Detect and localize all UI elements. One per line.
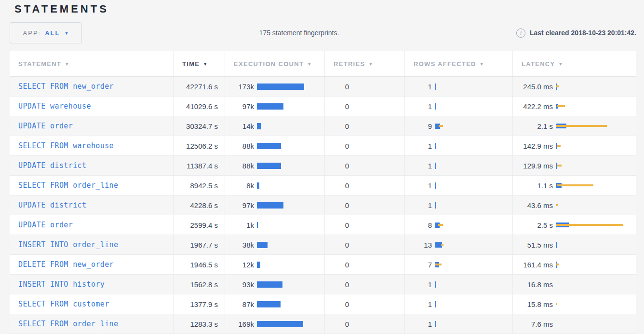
execution-count-value: 88k — [225, 162, 254, 170]
latency-value: 245.0 ms — [513, 83, 553, 91]
rows-affected-value: 8 — [405, 221, 432, 229]
bar-deviation — [556, 264, 559, 265]
bar-deviation — [556, 303, 557, 305]
column-header-label: ROWS AFFECTED — [414, 60, 476, 68]
bar-mean — [435, 301, 436, 307]
bar-mean — [257, 202, 283, 209]
info-icon[interactable]: i — [516, 28, 525, 38]
rows-affected-bar — [435, 116, 512, 136]
latency-bar — [556, 275, 636, 294]
execution-count-bar — [257, 255, 324, 274]
statement-link[interactable]: DELETE FROM new_order — [18, 260, 114, 269]
column-header-rows-affected[interactable]: ROWS AFFECTED ▼ — [405, 51, 513, 76]
bar-mean — [257, 222, 258, 228]
column-header-label: TIME — [182, 60, 200, 68]
time-value: 1377.9 s — [190, 300, 218, 308]
bar-mean — [257, 103, 283, 110]
bar-deviation — [435, 264, 442, 265]
column-header-label: EXECUTION COUNT — [234, 60, 304, 68]
latency-value: 7.6 ms — [513, 320, 553, 328]
statement-count-summary: 175 statement fingerprints. — [82, 29, 516, 37]
rows-affected-bar — [435, 195, 512, 215]
rows-affected-bar — [435, 77, 512, 96]
column-header-statement[interactable]: STATEMENT ▼ — [10, 51, 174, 76]
statement-link[interactable]: SELECT FROM new_order — [18, 82, 114, 91]
execution-count-bar — [257, 235, 324, 254]
bar-mean — [435, 163, 436, 169]
statement-link[interactable]: SELECT FROM customer — [18, 300, 109, 308]
statement-link[interactable]: SELECT FROM warehouse — [18, 141, 114, 150]
statement-link[interactable]: SELECT FROM order_line — [18, 181, 118, 190]
execution-count-bar — [257, 176, 324, 195]
bar-deviation — [441, 244, 443, 246]
table-row: UPDATE district4228.6 s97k0143.6 ms — [10, 195, 636, 215]
retries-value: 0 — [325, 241, 349, 249]
time-value: 1562.8 s — [190, 280, 218, 289]
bar-mean — [257, 123, 261, 129]
statement-link[interactable]: UPDATE warehouse — [18, 102, 91, 111]
latency-bar — [556, 116, 636, 136]
execution-count-bar — [257, 136, 324, 155]
statement-link[interactable]: UPDATE order — [18, 221, 73, 229]
statement-link[interactable]: INSERT INTO order_line — [18, 240, 118, 249]
toolbar: APP: ALL ▼ 175 statement fingerprints. i… — [10, 22, 636, 43]
latency-value: 43.6 ms — [513, 201, 553, 209]
execution-count-value: 38k — [225, 241, 254, 249]
latency-value: 129.9 ms — [513, 162, 553, 170]
table-row: UPDATE order2599.4 s1k082.5 s — [10, 215, 636, 235]
latency-bar — [556, 156, 636, 175]
execution-count-value: 12k — [225, 261, 254, 269]
table-row: SELECT FROM warehouse12506.2 s88k01142.9… — [10, 136, 636, 156]
statement-link[interactable]: INSERT INTO history — [18, 280, 105, 289]
rows-affected-value: 13 — [405, 241, 432, 249]
bar-deviation — [556, 224, 623, 226]
rows-affected-bar — [435, 294, 512, 314]
time-value: 12506.2 s — [186, 142, 218, 150]
table-row: DELETE FROM new_order1946.5 s12k07161.4 … — [10, 255, 636, 275]
latency-bar — [556, 255, 636, 274]
bar-mean — [257, 281, 282, 288]
latency-bar — [556, 314, 636, 334]
execution-count-bar — [257, 294, 324, 314]
latency-value: 2.1 s — [513, 122, 553, 130]
latency-bar — [556, 97, 636, 116]
bar-mean — [556, 242, 557, 248]
rows-affected-value: 1 — [405, 201, 432, 209]
bar-mean — [257, 163, 281, 169]
time-value: 1283.3 s — [190, 320, 218, 328]
rows-affected-value: 1 — [405, 142, 432, 150]
bar-mean — [435, 143, 436, 149]
bar-mean — [435, 281, 436, 288]
rows-affected-value: 1 — [405, 162, 432, 170]
latency-value: 142.9 ms — [513, 142, 553, 150]
execution-count-bar — [257, 314, 324, 334]
latency-bar — [556, 136, 636, 155]
column-header-label: LATENCY — [522, 60, 555, 68]
statement-link[interactable]: UPDATE district — [18, 161, 86, 170]
bar-mean — [257, 301, 281, 307]
retries-value: 0 — [325, 102, 349, 111]
statement-link[interactable]: UPDATE order — [18, 122, 73, 130]
page-title: STATEMENTS — [0, 0, 644, 15]
retries-value: 0 — [325, 83, 349, 91]
latency-bar — [556, 215, 636, 235]
rows-affected-value: 1 — [405, 181, 432, 190]
rows-affected-bar — [435, 275, 512, 294]
sort-desc-icon: ▼ — [307, 61, 312, 67]
statement-link[interactable]: UPDATE district — [18, 201, 86, 209]
column-header-time[interactable]: TIME ▼ — [174, 51, 225, 76]
column-header-execution-count[interactable]: EXECUTION COUNT ▼ — [225, 51, 325, 76]
time-value: 42271.6 s — [186, 83, 218, 91]
bar-deviation — [557, 105, 565, 107]
time-value: 30324.7 s — [186, 122, 218, 130]
latency-bar — [556, 77, 636, 96]
bar-deviation — [556, 85, 559, 87]
column-header-retries[interactable]: RETRIES ▼ — [325, 51, 405, 76]
app-filter-dropdown[interactable]: APP: ALL ▼ — [10, 22, 82, 43]
execution-count-value: 87k — [225, 300, 254, 308]
rows-affected-bar — [435, 176, 512, 195]
sort-desc-icon: ▼ — [480, 61, 484, 67]
bar-deviation — [557, 184, 593, 186]
column-header-latency[interactable]: LATENCY ▼ — [513, 51, 636, 76]
statement-link[interactable]: SELECT FROM order_line — [18, 320, 118, 328]
